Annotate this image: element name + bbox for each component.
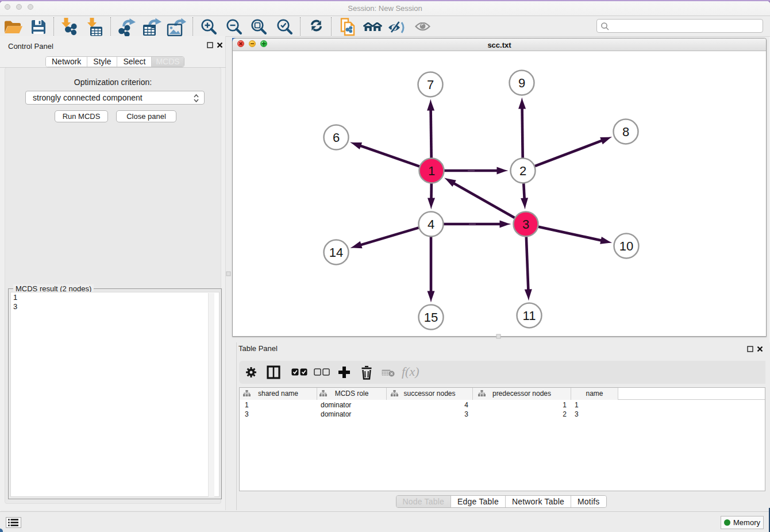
svg-text:3: 3 — [522, 217, 529, 232]
svg-text:9: 9 — [518, 76, 525, 90]
svg-text:10: 10 — [619, 239, 633, 253]
svg-text:4: 4 — [428, 217, 434, 232]
svg-text:11: 11 — [523, 309, 536, 323]
svg-text:6: 6 — [333, 130, 340, 145]
svg-text:7: 7 — [427, 78, 434, 92]
svg-text:1: 1 — [428, 164, 435, 178]
svg-text:15: 15 — [424, 310, 438, 325]
svg-text:2: 2 — [519, 164, 526, 178]
svg-text:8: 8 — [622, 125, 629, 139]
svg-text:14: 14 — [329, 245, 343, 260]
